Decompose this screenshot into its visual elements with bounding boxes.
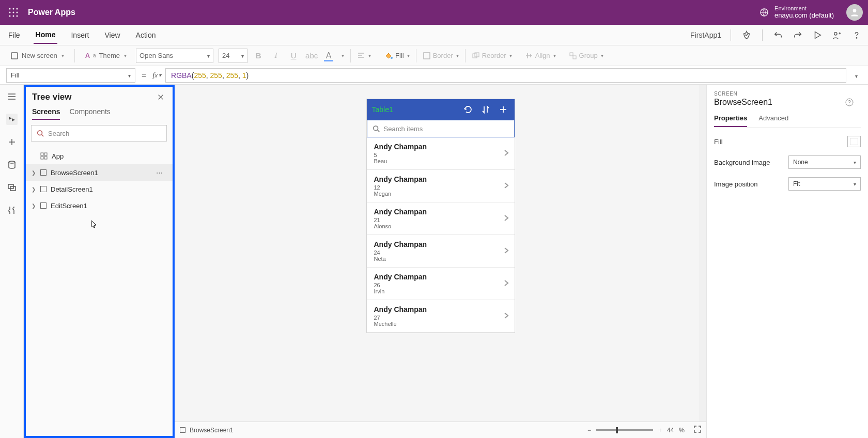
fill-button[interactable]: Fill▾: [384, 51, 410, 60]
underline-button[interactable]: U: [288, 51, 299, 60]
share-icon[interactable]: [832, 30, 842, 40]
cursor-icon: [91, 220, 98, 228]
chevron-right-icon[interactable]: [503, 181, 509, 191]
font-select[interactable]: Open Sans: [136, 49, 213, 63]
zoom-control[interactable]: − + 44 %: [587, 426, 701, 434]
new-screen-label: New screen: [22, 52, 57, 59]
undo-icon[interactable]: [773, 30, 783, 40]
app-title: Power Apps: [28, 8, 75, 17]
canvas[interactable]: Table1 Search items Andy Champan 5 Beau …: [175, 85, 707, 438]
fill-label: Fill: [395, 52, 404, 59]
info-icon[interactable]: ?: [845, 98, 854, 108]
fit-icon[interactable]: [694, 426, 701, 434]
screen-icon: [40, 186, 47, 192]
environment-icon: [759, 7, 769, 18]
list-item-name: Andy Champan: [374, 305, 508, 314]
environment-picker[interactable]: Environment enayu.com (default): [759, 5, 834, 20]
prop-fill-label: Fill: [714, 138, 723, 146]
menu-action[interactable]: Action: [134, 27, 158, 43]
tree-item-editscreen[interactable]: ❯ EditScreen1: [24, 197, 174, 214]
insert-icon[interactable]: [6, 136, 18, 148]
tree-item-browsescreen[interactable]: ❯ BrowseScreen1 ⋯: [24, 164, 174, 181]
refresh-icon[interactable]: [462, 103, 474, 116]
close-icon[interactable]: [156, 92, 166, 102]
chevron-right-icon[interactable]: [503, 311, 509, 321]
preview-search[interactable]: Search items: [367, 120, 515, 137]
chevron-right-icon[interactable]: [503, 246, 509, 256]
italic-button[interactable]: I: [270, 51, 282, 60]
waffle-icon[interactable]: [5, 4, 22, 21]
tree-view-icon[interactable]: [6, 114, 18, 125]
list-item-line2: 12: [374, 184, 508, 191]
list-item[interactable]: Andy Champan 21 Alonso: [367, 202, 515, 235]
svg-point-2: [17, 8, 18, 10]
tree-item-label: DetailScreen1: [51, 185, 93, 193]
tab-components[interactable]: Components: [69, 107, 110, 120]
formula-input[interactable]: RGBA(255, 255, 255, 1): [165, 68, 846, 83]
tab-screens[interactable]: Screens: [32, 107, 60, 120]
align-objects-button[interactable]: Align▾: [525, 52, 556, 60]
add-icon[interactable]: [497, 103, 509, 116]
tree-item-app[interactable]: App: [24, 148, 174, 164]
bold-button[interactable]: B: [253, 51, 264, 60]
imgpos-select[interactable]: Fit: [788, 177, 861, 191]
chevron-right-icon[interactable]: [503, 149, 509, 158]
chevron-right-icon[interactable]: [503, 214, 509, 223]
list-item[interactable]: Andy Champan 26 Irvin: [367, 268, 515, 300]
help-icon[interactable]: [851, 30, 862, 40]
menu-view[interactable]: View: [102, 27, 122, 43]
zoom-value: 44: [667, 427, 674, 434]
menu-file[interactable]: File: [6, 27, 22, 43]
reorder-button[interactable]: Reorder▾: [472, 52, 512, 60]
app-checker-icon[interactable]: [741, 30, 752, 40]
ribbon-toolbar: New screen▾ Aa Theme▾ Open Sans 24 B I U…: [0, 45, 868, 66]
chevron-right-icon[interactable]: [503, 279, 509, 288]
border-label: Border: [433, 52, 453, 59]
tree-item-detailscreen[interactable]: ❯ DetailScreen1: [24, 181, 174, 197]
tree-view-panel: Tree view Screens Components Search App …: [24, 85, 175, 438]
list-item[interactable]: Andy Champan 24 Neta: [367, 235, 515, 268]
fill-swatch[interactable]: [847, 136, 861, 147]
avatar[interactable]: [846, 4, 863, 21]
chevron-right-icon[interactable]: ❯: [31, 203, 36, 209]
formula-expand-icon[interactable]: [850, 70, 862, 81]
theme-button[interactable]: Aa Theme▾: [81, 48, 131, 64]
list-item[interactable]: Andy Champan 12 Megan: [367, 170, 515, 202]
bgimage-select[interactable]: None: [788, 155, 861, 169]
canvas-scrollbar[interactable]: [699, 85, 706, 421]
hamburger-icon[interactable]: [6, 91, 18, 102]
media-icon[interactable]: [6, 182, 18, 193]
preview-icon[interactable]: [812, 30, 823, 40]
menu-insert[interactable]: Insert: [69, 27, 91, 43]
list-item-line3: Alonso: [374, 223, 508, 229]
data-icon[interactable]: [6, 159, 18, 170]
zoom-in-icon[interactable]: +: [658, 427, 662, 434]
border-button[interactable]: Border▾: [423, 52, 459, 60]
tools-icon[interactable]: [6, 205, 18, 216]
tree-search-input[interactable]: Search: [31, 125, 167, 142]
sort-icon[interactable]: [479, 103, 492, 116]
app-preview[interactable]: Table1 Search items Andy Champan 5 Beau …: [367, 99, 515, 333]
strike-button[interactable]: abc: [305, 51, 317, 60]
font-color-button[interactable]: A: [323, 51, 334, 60]
property-select[interactable]: Fill: [6, 68, 135, 83]
environment-value: enayu.com (default): [774, 12, 834, 20]
list-item[interactable]: Andy Champan 27 Mechelle: [367, 300, 515, 333]
more-icon[interactable]: ⋯: [156, 169, 164, 177]
new-screen-button[interactable]: New screen▾: [6, 48, 68, 64]
text-align-button[interactable]: ▾: [357, 52, 371, 60]
zoom-out-icon[interactable]: −: [587, 427, 591, 434]
tab-advanced[interactable]: Advanced: [758, 114, 788, 127]
chevron-right-icon[interactable]: ❯: [31, 186, 36, 192]
list-item[interactable]: Andy Champan 5 Beau: [367, 137, 515, 170]
svg-point-7: [13, 15, 14, 17]
font-size-select[interactable]: 24: [219, 49, 247, 63]
group-button[interactable]: Group▾: [569, 52, 603, 60]
chevron-right-icon[interactable]: ❯: [31, 170, 36, 176]
redo-icon[interactable]: [793, 30, 803, 40]
tab-properties[interactable]: Properties: [714, 114, 747, 127]
fx-icon[interactable]: fx▾: [152, 71, 161, 80]
svg-point-14: [391, 57, 393, 59]
svg-point-23: [38, 131, 42, 135]
menu-home[interactable]: Home: [34, 26, 58, 44]
